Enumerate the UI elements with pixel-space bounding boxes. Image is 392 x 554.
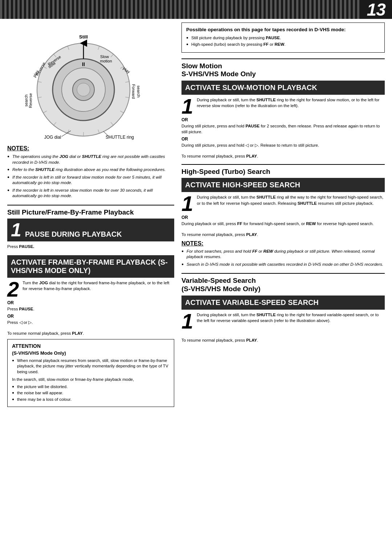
possible-ops-box: Possible operations on this page for tap…: [181, 23, 385, 53]
right-column: Possible operations on this page for tap…: [178, 23, 385, 407]
variable-speed-body: 1 During playback or still, turn the SHU…: [181, 310, 385, 334]
attention-item-1: When normal playback resumes from search…: [12, 358, 170, 375]
variable-speed-step-num: 1: [181, 312, 193, 331]
still-picture-title: Still Picture/Frame-By-Frame Playback: [7, 208, 174, 217]
high-speed-step-text: During playback or still, turn the SHUTT…: [197, 194, 385, 206]
slow-or2: OR: [181, 137, 385, 142]
slow-motion-header-text: ACTIVATE SLOW-MOTION PLAYBACK: [185, 83, 317, 92]
pause-body-text: Press PAUSE.: [7, 244, 174, 249]
main-content: II Still Reverse slow Slow motion Play F…: [0, 19, 392, 411]
svg-text:search: search: [136, 85, 141, 97]
svg-text:Slow: Slow: [100, 54, 109, 59]
pause-step-num: 1: [11, 221, 21, 239]
slow-resume: To resume normal playback, press PLAY.: [181, 154, 385, 158]
notes-left-item-2: Refer to the SHUTTLE ring illustration a…: [7, 167, 174, 173]
high-speed-or1: OR: [181, 215, 385, 220]
slow-motion-step-text: During playback or still, turn the SHUTT…: [197, 97, 385, 109]
high-speed-resume: To resume normal playback, press PLAY.: [181, 232, 385, 237]
variable-speed-section: Variable-Speed Search (S-VHS/VHS Mode On…: [181, 273, 385, 342]
slow-or1: OR: [181, 117, 385, 122]
svg-text:Forward: Forward: [131, 84, 136, 99]
attention-subtitle: (S-VHS/VHS Mode Only): [12, 350, 170, 356]
attention-title: ATTENTION: [12, 343, 170, 349]
still-picture-section: Still Picture/Frame-By-Frame Playback 1 …: [7, 205, 174, 335]
high-speed-section: High-Speed (Turbo) Search ACTIVATE HIGH-…: [181, 164, 385, 268]
variable-speed-header: ACTIVATE VARIABLE-SPEED SEARCH: [181, 296, 385, 310]
frame-body: 2 Turn the JOG dial to the right for for…: [7, 278, 174, 327]
notes-left-item-4: If the recorder is left in reverse slow …: [7, 188, 174, 199]
slow-motion-step-num: 1: [181, 97, 193, 116]
variable-speed-resume: To resume normal playback, press PLAY.: [181, 338, 385, 342]
notes-left-item-1: The operations using the JOG dial or SHU…: [7, 154, 174, 165]
attention-bitem-3: there may be a loss of colour.: [12, 397, 170, 403]
high-speed-body: 1 During playback or still, turn the SHU…: [181, 192, 385, 228]
possible-ops-list: Still picture during playback by pressin…: [186, 35, 380, 48]
frame-header: ACTIVATE FRAME-BY-FRAME PLAYBACK (S-VHS/…: [7, 255, 174, 278]
high-speed-step-container: ACTIVATE HIGH-SPEED SEARCH 1 During play…: [181, 178, 385, 228]
frame-step-num: 2: [7, 280, 19, 299]
slow-motion-title: Slow Motion S-VHS/VHS Mode Only: [181, 62, 385, 79]
pause-step-container: 1 PAUSE DURING PLAYBACK Press PAUSE.: [7, 219, 174, 252]
frame-or2: OR: [7, 314, 174, 319]
slow-motion-section: Slow Motion S-VHS/VHS Mode Only ACTIVATE…: [181, 58, 385, 158]
possible-ops-title: Possible operations on this page for tap…: [186, 27, 380, 33]
frame-or1: OR: [7, 300, 174, 305]
frame-step-container: ACTIVATE FRAME-BY-FRAME PLAYBACK (S-VHS/…: [7, 255, 174, 327]
frame-step-text: Turn the JOG dial to the right for forwa…: [23, 280, 174, 292]
variable-speed-step-row: 1 During playback or still, turn the SHU…: [181, 312, 385, 331]
frame-or1-text: Press PAUSE.: [7, 306, 174, 312]
slow-motion-step-row: 1 During playback or still, turn the SHU…: [181, 97, 385, 116]
attention-bitem-2: the noise bar will appear.: [12, 390, 170, 396]
slow-or2-text: During still picture, press and hold ◁ o…: [181, 142, 385, 148]
top-bar-stripes: [0, 0, 360, 19]
variable-speed-step-text: During playback or still, turn the SHUTT…: [197, 312, 385, 323]
high-speed-notes-list: For short searches, press and hold FF or…: [181, 249, 385, 268]
attention-list: When normal playback resumes from search…: [12, 358, 170, 375]
attention-bitem-1: the picture will be distorted.: [12, 384, 170, 390]
high-speed-step-row: 1 During playback or still, turn the SHU…: [181, 194, 385, 213]
variable-speed-step-container: ACTIVATE VARIABLE-SPEED SEARCH 1 During …: [181, 296, 385, 334]
possible-ops-item-2: High-speed (turbo) search by pressing FF…: [186, 42, 380, 48]
frame-header-text: ACTIVATE FRAME-BY-FRAME PLAYBACK (S-VHS/…: [11, 258, 171, 275]
left-column: II Still Reverse slow Slow motion Play F…: [7, 23, 174, 407]
frame-or2-text: Press ◁ or ▷.: [7, 319, 174, 325]
attention-box: ATTENTION (S-VHS/VHS Mode Only) When nor…: [7, 339, 174, 407]
variable-speed-title: Variable-Speed Search (S-VHS/VHS Mode On…: [181, 277, 385, 293]
pause-header: 1 PAUSE DURING PLAYBACK: [7, 219, 174, 241]
svg-text:Reverse: Reverse: [28, 93, 33, 108]
svg-text:motion: motion: [100, 59, 112, 63]
high-speed-title: High-Speed (Turbo) Search: [181, 168, 385, 176]
slow-motion-divider: [181, 58, 385, 59]
svg-text:II: II: [82, 61, 85, 67]
page-number: 13: [360, 0, 392, 20]
high-speed-notes: NOTES: For short searches, press and hol…: [181, 240, 385, 268]
slow-motion-step-container: ACTIVATE SLOW-MOTION PLAYBACK 1 During p…: [181, 81, 385, 150]
svg-text:search: search: [24, 94, 28, 106]
notes-left: NOTES: The operations using the JOG dial…: [7, 145, 174, 199]
pause-body: Press PAUSE.: [7, 241, 174, 252]
high-speed-divider: [181, 164, 385, 165]
possible-ops-item-1: Still picture during playback by pressin…: [186, 35, 380, 41]
high-speed-header: ACTIVATE HIGH-SPEED SEARCH: [181, 178, 385, 192]
slow-motion-header: ACTIVATE SLOW-MOTION PLAYBACK: [181, 81, 385, 95]
slow-motion-body: 1 During playback or still, turn the SHU…: [181, 95, 385, 150]
still-resume: To resume normal playback, press PLAY.: [7, 331, 174, 335]
variable-speed-divider: [181, 273, 385, 274]
svg-text:SHUTTLE ring: SHUTTLE ring: [106, 135, 134, 140]
svg-text:JOG dial: JOG dial: [44, 135, 61, 140]
high-speed-notes-item-2: Search in D-VHS mode is not possible wit…: [181, 262, 385, 268]
dial-diagram: II Still Reverse slow Slow motion Play F…: [7, 23, 167, 142]
svg-text:Still: Still: [79, 34, 88, 40]
top-bar: 13: [0, 0, 392, 19]
variable-speed-header-text: ACTIVATE VARIABLE-SPEED SEARCH: [185, 298, 319, 307]
frame-step-row: 2 Turn the JOG dial to the right for for…: [7, 280, 174, 299]
high-speed-or1-text: During playback or still, press FF for f…: [181, 221, 385, 227]
attention-blist: the picture will be distorted. the noise…: [12, 384, 170, 403]
high-speed-header-text: ACTIVATE HIGH-SPEED SEARCH: [185, 181, 300, 189]
svg-point-4: [77, 83, 90, 96]
dial-svg: II Still Reverse slow Slow motion Play F…: [7, 23, 167, 142]
high-speed-notes-title: NOTES:: [181, 240, 385, 247]
notes-left-title: NOTES:: [7, 145, 174, 152]
notes-left-list: The operations using the JOG dial or SHU…: [7, 154, 174, 199]
attention-text: In the search, still, slow-motion or frm…: [12, 377, 170, 383]
